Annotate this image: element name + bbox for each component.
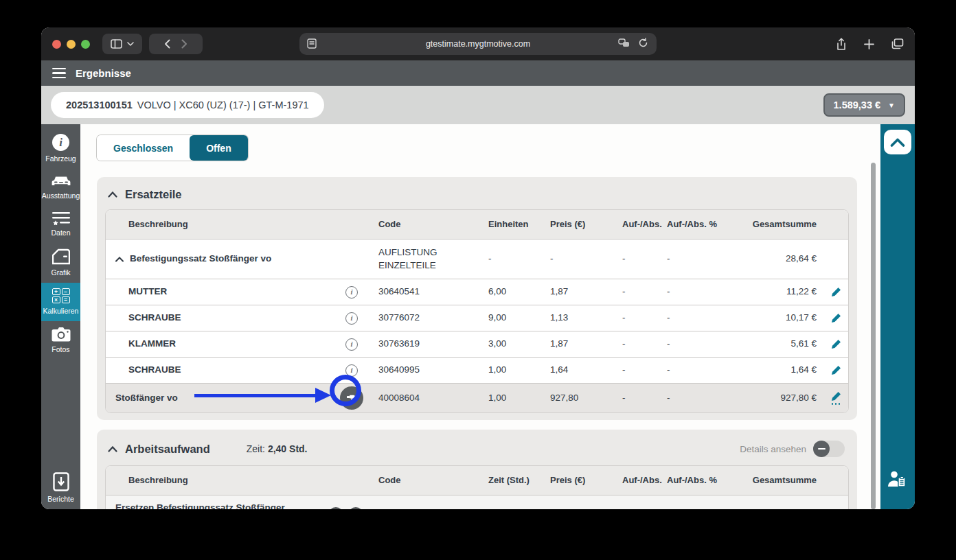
sidebar-item-daten[interactable]: Daten [41, 206, 80, 243]
table-row: Ersetzen Befestigungssatz Stoßfänger vo … [106, 495, 848, 509]
sidebar-item-kalkulieren[interactable]: +−×= Kalkulieren [41, 283, 80, 321]
table-row: SCHRAUBE i 30640995 1,00 1,64 - - 1,64 € [106, 357, 848, 383]
sidebar-item-grafik[interactable]: Grafik [41, 243, 80, 283]
vehicle-bar: 202513100151 VOLVO | XC60 (UZ) (17-) | G… [41, 86, 915, 124]
wrench-icon[interactable]: 2 [348, 507, 363, 510]
translate-icon[interactable] [618, 38, 630, 48]
minimize-window-button[interactable] [67, 40, 76, 49]
col-beschreibung: Beschreibung [106, 472, 370, 489]
reload-icon[interactable] [638, 38, 648, 48]
menu-icon[interactable] [52, 68, 66, 79]
info-icon[interactable]: i [345, 338, 358, 351]
titlebar-right-buttons [836, 38, 904, 51]
tab-overview-icon[interactable] [891, 38, 904, 49]
new-tab-icon[interactable] [864, 39, 874, 49]
car-door-icon [52, 248, 70, 265]
info-icon[interactable]: i [345, 286, 358, 299]
info-icon: i [52, 134, 69, 151]
part-total: 1,64 € [740, 361, 823, 379]
part-total: 10,17 € [740, 309, 823, 327]
sidebar-item-label: Fahrzeug [45, 154, 76, 163]
table-row-stossfaenger: Stoßfänger vo [106, 383, 848, 412]
chevron-down-icon [127, 42, 134, 46]
reader-view-icon[interactable] [307, 38, 317, 49]
vehicle-pill[interactable]: 202513100151 VOLVO | XC60 (UZ) (17-) | G… [51, 92, 324, 118]
part-code: 30640541 [370, 283, 480, 301]
edit-icon[interactable] [831, 365, 841, 375]
table-row: Befestigungssatz Stoßfänger vo AUFLISTUN… [106, 239, 848, 279]
browser-sidebar-toggle[interactable] [102, 34, 142, 54]
col-auf-abs: Auf-/Abs. [614, 472, 659, 489]
forward-icon[interactable] [181, 39, 187, 49]
sidebar-item-label: Berichte [47, 495, 74, 503]
collapse-parts-icon[interactable] [108, 191, 117, 198]
table-row: MUTTER i 30640541 6,00 1,87 - - 11,22 € [106, 279, 848, 305]
col-auf-abs-pct: Auf-/Abs. % [659, 216, 740, 233]
calculator-icon: +−×= [52, 288, 70, 303]
total-amount: 1.589,33 € [834, 100, 881, 110]
part-description: Befestigungssatz Stoßfänger vo [130, 253, 271, 265]
total-amount-dropdown[interactable]: 1.589,33 € ▼ [823, 93, 905, 117]
warning-icon[interactable]: ! [328, 507, 343, 510]
collapse-group-icon[interactable] [115, 257, 124, 262]
col-auf-abs-pct: Auf-/Abs. % [659, 472, 740, 489]
part-total: 927,80 € [740, 389, 823, 407]
scroll-to-top-button[interactable] [884, 130, 911, 154]
labor-total: - [740, 505, 823, 509]
info-icon[interactable]: i [345, 364, 358, 377]
browser-window: gtestimate.mygtmotive.com [41, 27, 915, 509]
details-toggle-label: Details ansehen [740, 444, 806, 454]
screen: gtestimate.mygtmotive.com [0, 0, 956, 560]
edit-options-icon[interactable] [831, 391, 841, 405]
address-bar[interactable]: gtestimate.mygtmotive.com [299, 33, 657, 55]
scrollbar[interactable] [871, 163, 876, 509]
status-tabs: Geschlossen Offen [97, 135, 248, 161]
spray-gun-icon[interactable] [340, 386, 363, 410]
tab-offen[interactable]: Offen [190, 135, 248, 161]
col-auf-abs: Auf-/Abs. [614, 216, 659, 233]
caret-down-icon: ▼ [888, 102, 895, 109]
tab-geschlossen[interactable]: Geschlossen [97, 135, 190, 161]
right-rail [880, 124, 915, 509]
part-code: 30776072 [370, 309, 480, 327]
chevron-up-icon [890, 138, 905, 147]
edit-icon[interactable] [831, 287, 841, 297]
zoom-window-button[interactable] [81, 40, 90, 49]
edit-icon[interactable] [831, 339, 841, 349]
share-icon[interactable] [836, 38, 847, 51]
parts-table-header: Beschreibung Code Einheiten Preis (€) Au… [106, 210, 848, 239]
report-download-icon [53, 472, 69, 491]
labor-card: Arbeitsaufwand Zeit: 2,40 Std. Details a… [97, 430, 857, 509]
part-code: AUFLISTUNG EINZELTEILE [370, 244, 480, 274]
info-icon[interactable]: i [345, 312, 358, 325]
url-text: gtestimate.mygtmotive.com [426, 39, 530, 49]
sidebar-item-fahrzeug[interactable]: i Fahrzeug [41, 128, 80, 169]
time-label: Zeit: [247, 443, 265, 454]
back-icon[interactable] [164, 39, 170, 49]
sidebar-item-berichte[interactable]: Berichte [41, 467, 80, 509]
col-code: Code [370, 472, 480, 489]
expert-contact-button[interactable] [887, 470, 909, 491]
close-window-button[interactable] [52, 40, 61, 49]
details-toggle[interactable] [813, 441, 845, 457]
parts-table: Beschreibung Code Einheiten Preis (€) Au… [105, 209, 849, 413]
labor-description: Ersetzen Befestigungssatz Stoßfänger vo [115, 502, 297, 509]
claim-number: 202513100151 [66, 100, 133, 110]
left-sidebar: i Fahrzeug Ausstattung [41, 124, 80, 509]
part-code: 30640995 [370, 361, 480, 379]
col-beschreibung: Beschreibung [106, 216, 370, 233]
sidebar-item-fotos[interactable]: Fotos [41, 321, 80, 360]
sidebar-item-ausstattung[interactable]: Ausstattung [41, 169, 80, 206]
car-icon [51, 174, 71, 188]
part-code: 30763619 [370, 335, 480, 353]
camera-icon [52, 327, 71, 342]
collapse-labor-icon[interactable] [108, 446, 117, 452]
sidebar-panel-icon [111, 39, 122, 49]
edit-icon[interactable] [831, 313, 841, 323]
page-title: Ergebnisse [76, 67, 131, 79]
list-star-icon [52, 211, 70, 225]
col-einheiten: Einheiten [480, 216, 542, 233]
app-header: Ergebnisse [41, 60, 915, 86]
labor-time: Zeit: 2,40 Std. [247, 443, 308, 454]
traffic-lights [52, 40, 90, 49]
